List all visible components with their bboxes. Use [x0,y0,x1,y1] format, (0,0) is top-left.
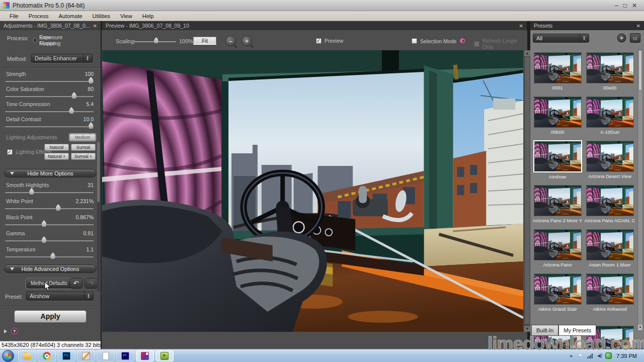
preset-thumbnail[interactable]: A-10Gun [584,94,636,138]
preset-thumbnail[interactable]: Asian Room 1 bluer [584,226,636,270]
preset-thumbnail[interactable]: Atkins Grand Stair [531,270,584,315]
preset-thumbnail[interactable]: Arizona Desert View [584,138,636,182]
checkbox-icon [7,149,13,155]
taskbar-app-button[interactable] [57,350,75,361]
preset-thumbnail[interactable]: Airshow [531,138,584,182]
menu-item[interactable]: Utilities [88,12,115,20]
slider-thumb[interactable] [89,122,94,129]
zoom-out-icon[interactable]: – [225,36,236,46]
slider-thumb[interactable] [41,236,46,243]
checkbox-icon [316,38,321,44]
taskbar-app-button[interactable] [116,350,134,361]
slider-track[interactable] [5,81,94,82]
expand-arrow-icon[interactable] [4,329,7,333]
preset-dropdown[interactable]: Airshow ▲▼ [26,292,94,301]
preview-checkbox[interactable]: Preview [316,38,343,44]
taskbar-app-button[interactable] [97,350,115,361]
presets-filter-dropdown[interactable]: All ▲▼ [533,34,589,43]
preset-image [586,274,634,305]
start-button-icon[interactable] [2,350,14,362]
tab-preview[interactable]: Preview - IMG_3806_07_08_09_10 ✕ [102,21,527,30]
slider-thumb[interactable] [29,188,34,195]
scroll-up-icon[interactable]: ▲ [524,50,530,56]
scrollbar-thumb[interactable] [638,50,642,90]
slider-track[interactable] [5,224,94,225]
preset-name: Atkins Grand Stair [531,306,584,312]
redo-button[interactable]: ↷ [85,278,98,289]
slider-thumb[interactable] [56,204,61,211]
taskbar-app-button[interactable] [77,350,95,361]
slider-track[interactable] [5,240,94,241]
preset-thumbnail[interactable]: 0001 [531,49,584,94]
scrollbar-thumb[interactable] [525,57,530,324]
slider-row: Smooth Highlights 31 [5,182,94,198]
view-options-icon[interactable]: ||| [630,33,640,43]
taskbar-app-button[interactable] [18,350,36,361]
slider-row: Temperature 1.1 [5,246,94,262]
maximize-icon[interactable]: □ [623,2,627,9]
slider-track[interactable] [5,256,94,257]
lighting-medium-button[interactable]: Medium [69,134,96,141]
slider-track[interactable] [5,208,94,209]
fit-button[interactable]: Fit [193,37,216,45]
more-options-toggle[interactable]: Hide More Options [4,169,97,177]
preset-thumbnail[interactable]: Atkins Kirkwood [584,270,636,315]
refresh-loupe-checkbox[interactable]: Refresh Loupe Only [474,38,527,50]
tab-close-icon[interactable]: ✕ [93,23,97,29]
selection-mode-checkbox[interactable]: Selection Mode ? [412,38,466,44]
close-icon[interactable]: ✕ [632,2,637,9]
preset-thumbnail[interactable]: 00b00 [531,94,584,138]
panel-scrollbar[interactable] [97,142,100,292]
menu-item[interactable]: File [5,12,23,20]
presets-scrollbar[interactable]: ▼ [637,49,643,331]
menu-item[interactable]: Automate [54,12,87,20]
slider-thumb[interactable] [41,220,46,227]
menu-item[interactable]: Process [24,12,53,20]
taskbar-app-icon [160,352,169,360]
menu-item[interactable]: View [116,12,137,20]
preset-thumbnail[interactable]: Arizona Pano AGAIN, C [584,182,636,226]
apply-button[interactable]: Apply [14,310,87,323]
preview-image[interactable] [102,50,523,332]
lighting-effect-button[interactable]: Natural + [44,153,69,160]
slider-thumb[interactable] [50,252,55,259]
preset-thumbnail[interactable]: 00a00 [584,49,636,94]
add-preset-icon[interactable]: + [617,33,626,43]
menu-item[interactable]: Help [138,12,158,20]
taskbar-app-button[interactable] [38,350,56,361]
slider-thumb[interactable] [71,92,76,99]
scaling-slider-thumb[interactable] [154,37,158,43]
slider-track[interactable] [5,111,94,112]
preview-vertical-scrollbar[interactable]: ▲ ▼ [524,50,530,332]
lighting-effect-button[interactable]: Surreal [71,144,96,151]
scroll-down-icon[interactable]: ▼ [524,326,530,332]
scroll-down-icon[interactable]: ▼ [638,325,642,330]
lighting-section: Lighting Adjustments Medium Lighting Eff… [4,134,97,166]
minimize-icon[interactable]: – [615,2,618,9]
lighting-effect-button[interactable]: Surreal + [71,153,96,160]
method-dropdown[interactable]: Details Enhancer ▲▼ [31,54,93,63]
preset-image [586,141,634,172]
lighting-effect-button[interactable]: Natural [44,144,69,151]
process-radio[interactable]: Exposure Fusion [33,34,64,46]
tab-adjustments[interactable]: Adjustments - IMG_3806_07_08_0... ✕ [0,21,101,30]
method-label: Method: [7,56,27,62]
help-icon[interactable]: ? [11,328,18,334]
taskbar-app-button[interactable] [136,350,154,361]
slider-track[interactable] [5,96,94,97]
slider-track[interactable] [5,192,94,193]
tab-close-icon[interactable]: ✕ [519,23,523,29]
slider-thumb[interactable] [69,107,74,114]
photomatix-logo-icon [3,2,10,9]
slider-thumb[interactable] [89,77,94,83]
close-icon[interactable]: ✕ [636,23,640,29]
help-icon[interactable]: ? [459,38,466,44]
undo-button[interactable]: ↶ [69,278,83,289]
advanced-options-toggle[interactable]: Hide Advanced Options [4,264,97,273]
preview-pane: Scaling: 100% Fit – + Preview Selection … [102,30,527,349]
slider-track[interactable] [5,126,94,127]
taskbar-app-button[interactable] [155,350,174,361]
preset-thumbnail[interactable]: Arizona Pano 2 More Y [531,182,584,226]
preset-thumbnail[interactable]: Arizona Pano [531,226,584,270]
zoom-in-icon[interactable]: + [242,36,252,46]
